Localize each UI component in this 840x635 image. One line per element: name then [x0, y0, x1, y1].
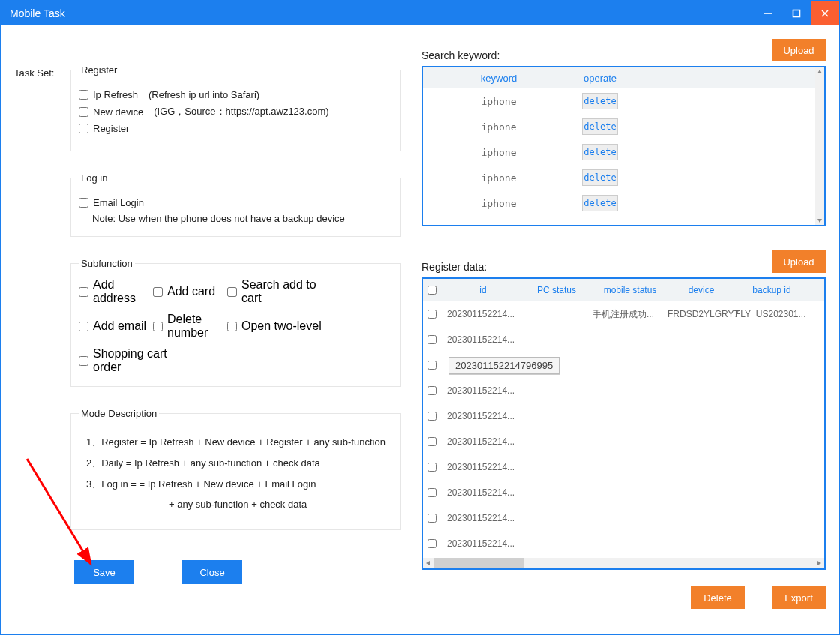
- keyword-row: iphonedelete: [423, 88, 824, 114]
- minimize-icon: [764, 9, 772, 18]
- add-email-label: Add email: [93, 319, 146, 333]
- keyword-section-title: Search keyword:: [422, 49, 500, 61]
- register-select-all-checkbox[interactable]: [428, 286, 436, 295]
- keyword-upload-button[interactable]: Upload: [772, 39, 826, 61]
- register-col-backup-id: backup id: [735, 285, 808, 295]
- keyword-delete-button[interactable]: delete: [582, 118, 618, 135]
- register-row-checkbox[interactable]: [428, 514, 436, 523]
- register-row[interactable]: 202301152214...: [423, 378, 824, 403]
- open-two-level-label: Open two-level: [242, 319, 322, 333]
- search-add-to-cart-label: Search add to cart: [242, 278, 325, 305]
- register-row-checkbox[interactable]: [428, 539, 436, 548]
- register-col-pc-status: PC status: [520, 285, 592, 295]
- register-row-checkbox[interactable]: [428, 310, 436, 319]
- register-id-cell: 202301152214...: [446, 436, 520, 447]
- keyword-cell: iphone: [423, 198, 574, 209]
- email-login-checkbox[interactable]: Email Login: [79, 197, 144, 208]
- maximize-icon: [792, 9, 801, 18]
- keyword-col-keyword: keyword: [423, 73, 574, 84]
- register-row-checkbox[interactable]: [428, 463, 436, 472]
- delete-button[interactable]: Delete: [691, 586, 745, 609]
- register-row-checkbox[interactable]: [428, 488, 436, 497]
- keyword-row: iphonedelete: [423, 139, 824, 165]
- close-button[interactable]: Close: [182, 560, 242, 584]
- mode-description-legend: Mode Description: [79, 408, 159, 419]
- register-id-cell-expanded: 202301152214796995: [448, 357, 560, 374]
- register-id-cell: 202301152214...: [446, 309, 520, 319]
- mode-line-2: 2、Daily = Ip Refresh + any sub-function …: [86, 457, 392, 470]
- keyword-scrollbar[interactable]: [815, 67, 824, 225]
- register-row[interactable]: 202301152214796995: [423, 352, 824, 378]
- delete-number-checkbox[interactable]: Delete number: [153, 313, 224, 340]
- shopping-cart-order-checkbox[interactable]: Shopping cart order: [79, 347, 176, 374]
- subfunction-group: Subfunction Add address Add card Search …: [70, 258, 400, 387]
- register-upload-button[interactable]: Upload: [772, 250, 826, 273]
- keyword-cell: iphone: [423, 147, 574, 158]
- right-panel: Search keyword: Upload keyword operate i…: [422, 39, 826, 609]
- chevron-right-icon: [816, 560, 822, 566]
- minimize-button[interactable]: [754, 1, 782, 25]
- register-id-cell: 202301152214...: [446, 411, 520, 421]
- keyword-cell: iphone: [423, 96, 574, 107]
- register-group: Register Ip Refresh (Refresh ip url into…: [70, 64, 400, 151]
- register-device-cell: FRDSD2YLGRY7: [668, 309, 735, 319]
- subfunction-legend: Subfunction: [79, 258, 135, 269]
- register-row[interactable]: 202301152214...: [423, 505, 824, 531]
- window-title: Mobile Task: [10, 7, 65, 19]
- svg-rect-1: [794, 10, 800, 16]
- register-row-checkbox[interactable]: [428, 335, 436, 344]
- keyword-delete-button[interactable]: delete: [582, 93, 618, 109]
- mode-line-4: + any sub-function + check data: [169, 499, 392, 510]
- keyword-delete-button[interactable]: delete: [582, 144, 618, 160]
- add-email-checkbox[interactable]: Add email: [79, 313, 150, 340]
- register-table-header: id PC status mobile status device backup…: [423, 279, 824, 301]
- add-card-checkbox[interactable]: Add card: [153, 278, 224, 305]
- svg-marker-6: [426, 561, 430, 565]
- register-label: Register: [93, 123, 129, 134]
- register-row-checkbox[interactable]: [428, 361, 436, 370]
- keyword-cell: iphone: [423, 121, 574, 133]
- register-id-cell: 202301152214...: [446, 487, 520, 498]
- close-window-button[interactable]: [811, 1, 839, 25]
- keyword-table: keyword operate iphonedeleteiphonedelete…: [422, 66, 826, 226]
- register-row[interactable]: 202301152214...: [423, 454, 824, 480]
- save-button[interactable]: Save: [74, 560, 134, 584]
- register-horizontal-scrollbar[interactable]: [423, 558, 824, 568]
- register-row-checkbox[interactable]: [428, 412, 436, 421]
- register-id-cell: 202301152214...: [446, 385, 520, 396]
- register-row[interactable]: 202301152214...: [423, 480, 824, 505]
- maximize-button[interactable]: [782, 1, 811, 25]
- register-row[interactable]: 202301152214...: [423, 327, 824, 352]
- email-login-label: Email Login: [93, 197, 144, 208]
- add-address-label: Add address: [93, 278, 150, 305]
- keyword-delete-button[interactable]: delete: [582, 195, 618, 211]
- task-set-label: Task Set:: [14, 64, 70, 79]
- register-data-table: id PC status mobile status device backup…: [422, 277, 826, 570]
- keyword-cell: iphone: [423, 172, 574, 184]
- register-row-checkbox[interactable]: [428, 437, 436, 446]
- ip-refresh-label: Ip Refresh: [93, 89, 138, 100]
- register-id-cell: 202301152214...: [446, 538, 520, 549]
- export-button[interactable]: Export: [772, 586, 826, 609]
- register-col-mobile-status: mobile status: [592, 285, 668, 295]
- search-add-to-cart-checkbox[interactable]: Search add to cart: [227, 278, 325, 305]
- new-device-hint: (IGG，Source：https://apt.awz123.com): [154, 105, 328, 118]
- register-row[interactable]: 202301152214...: [423, 403, 824, 429]
- open-two-level-checkbox[interactable]: Open two-level: [227, 313, 325, 340]
- register-data-section-title: Register data:: [422, 261, 487, 273]
- register-checkbox[interactable]: Register: [79, 123, 129, 134]
- keyword-row: iphonedelete: [423, 165, 824, 190]
- keyword-delete-button[interactable]: delete: [582, 169, 618, 186]
- register-backup-cell: FLY_US202301...: [735, 309, 808, 319]
- add-address-checkbox[interactable]: Add address: [79, 278, 150, 305]
- register-row[interactable]: 202301152214...: [423, 429, 824, 454]
- keyword-table-header: keyword operate: [423, 67, 824, 88]
- delete-number-label: Delete number: [167, 313, 224, 340]
- register-row[interactable]: 202301152214...手机注册成功...FRDSD2YLGRY7FLY_…: [423, 301, 824, 327]
- new-device-checkbox[interactable]: New device: [79, 106, 143, 118]
- keyword-row: iphonedelete: [423, 190, 824, 216]
- ip-refresh-checkbox[interactable]: Ip Refresh: [79, 89, 138, 100]
- register-row-checkbox[interactable]: [428, 386, 436, 395]
- login-legend: Log in: [79, 172, 110, 184]
- register-row[interactable]: 202301152214...: [423, 531, 824, 556]
